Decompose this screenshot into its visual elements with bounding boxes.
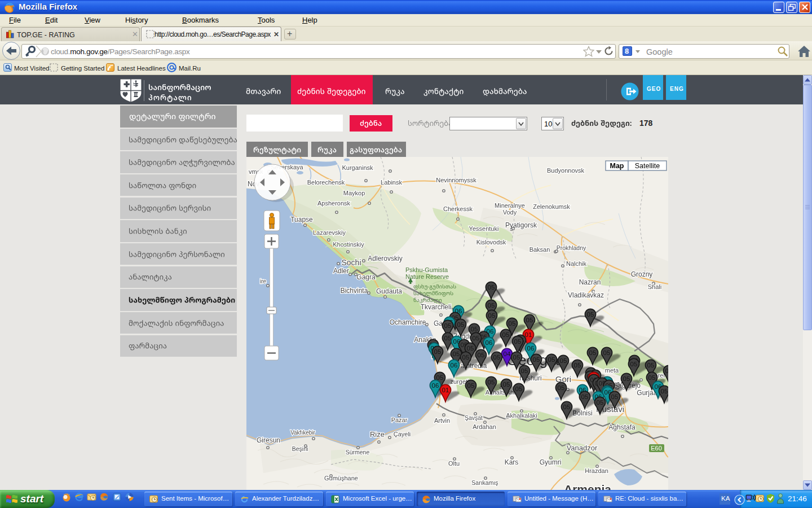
svg-text:Prokhladny: Prokhladny — [557, 244, 586, 251]
svg-text:Pskhu-Gumista: Pskhu-Gumista — [405, 266, 448, 273]
svg-text:05: 05 — [488, 312, 496, 319]
svg-text:05: 05 — [581, 393, 589, 400]
svg-text:Budyonnovsk: Budyonnovsk — [547, 167, 585, 174]
svg-text:Adlerovskiy: Adlerovskiy — [368, 255, 402, 262]
svg-text:meta: meta — [605, 367, 619, 374]
svg-text:Vladikavkaz: Vladikavkaz — [568, 291, 604, 299]
svg-text:Map: Map — [610, 162, 624, 170]
svg-text:05: 05 — [462, 354, 470, 361]
svg-text:Pyatigorsk: Pyatigorsk — [505, 221, 537, 229]
svg-text:05: 05 — [503, 381, 510, 388]
svg-text:05: 05 — [502, 331, 510, 338]
svg-text:Gagra: Gagra — [356, 273, 376, 281]
svg-text:05: 05 — [488, 284, 495, 291]
svg-text:Adler: Adler — [333, 267, 349, 275]
svg-text:Vakfıkebir: Vakfıkebir — [290, 430, 315, 436]
svg-text:Sürmene: Sürmene — [346, 449, 370, 456]
svg-text:05: 05 — [488, 302, 495, 309]
svg-text:06: 06 — [451, 362, 458, 369]
svg-text:05: 05 — [509, 320, 516, 327]
svg-text:05: 05 — [589, 349, 597, 356]
svg-text:Sarıkamış: Sarıkamış — [471, 479, 498, 486]
svg-text:05: 05 — [478, 352, 485, 358]
svg-text:Tkvarcheli: Tkvarcheli — [421, 303, 452, 311]
svg-text:Akhalkalaki: Akhalkalaki — [506, 412, 537, 419]
svg-text:05: 05 — [526, 317, 533, 323]
svg-text:Yessentuki: Yessentuki — [469, 225, 499, 232]
svg-text:E60: E60 — [651, 445, 662, 452]
svg-text:05: 05 — [467, 382, 475, 389]
svg-text:Hrazdan: Hrazdan — [585, 467, 608, 474]
svg-text:06: 06 — [432, 382, 439, 389]
svg-text:05: 05 — [563, 404, 571, 410]
svg-text:05: 05 — [457, 321, 465, 328]
svg-text:05: 05 — [434, 348, 442, 355]
svg-text:05: 05 — [647, 362, 655, 369]
svg-text:05: 05 — [603, 349, 611, 356]
svg-text:05: 05 — [560, 357, 567, 364]
svg-text:Rize: Rize — [370, 430, 385, 439]
svg-text:Baksan: Baksan — [529, 246, 550, 253]
svg-text:04: 04 — [504, 351, 511, 357]
svg-text:Artvin: Artvin — [434, 417, 450, 424]
svg-text:Çayeli: Çayeli — [394, 431, 411, 437]
svg-text:05: 05 — [587, 311, 594, 318]
svg-text:05: 05 — [444, 322, 452, 329]
svg-text:Kars: Kars — [505, 458, 519, 466]
svg-text:05: 05 — [597, 399, 604, 406]
svg-text:Ardahan: Ardahan — [473, 423, 496, 430]
svg-text:Kislovodsk: Kislovodsk — [476, 239, 506, 246]
svg-text:Zelenokumsk: Zelenokumsk — [533, 203, 570, 210]
svg-text:Vanadzor: Vanadzor — [567, 444, 598, 452]
svg-text:Nevinnomyssk: Nevinnomyssk — [436, 177, 476, 183]
svg-text:Satellite: Satellite — [635, 162, 660, 170]
svg-text:Şavşat: Şavşat — [465, 414, 483, 421]
svg-text:05: 05 — [488, 379, 495, 386]
svg-text:Labinsk: Labinsk — [381, 179, 402, 186]
svg-text:Mineralnye: Mineralnye — [495, 202, 525, 209]
svg-text:Vody: Vody — [503, 209, 517, 216]
svg-text:05: 05 — [574, 362, 581, 369]
svg-text:Maykop: Maykop — [343, 190, 365, 196]
svg-text:05: 05 — [623, 375, 630, 382]
svg-text:05: 05 — [493, 354, 501, 361]
svg-text:05: 05 — [630, 361, 638, 367]
svg-text:Nature Reserve: Nature Reserve — [405, 273, 449, 280]
svg-text:05: 05 — [513, 354, 520, 361]
svg-text:Belorechensk: Belorechensk — [307, 179, 345, 186]
svg-text:Lazarevskiy: Lazarevskiy — [313, 229, 346, 236]
svg-text:Bichvinta: Bichvinta — [341, 287, 368, 295]
svg-text:Apsheronsk: Apsheronsk — [317, 200, 351, 207]
svg-text:05: 05 — [521, 367, 528, 374]
svg-text:01: 01 — [442, 387, 449, 393]
svg-text:05: 05 — [533, 356, 540, 363]
svg-text:Gyumri: Gyumri — [540, 458, 562, 466]
svg-text:05: 05 — [665, 367, 668, 374]
svg-text:Pazar: Pazar — [391, 417, 408, 423]
svg-text:05: 05 — [661, 388, 668, 395]
svg-text:Kurganinsk: Kurganinsk — [342, 164, 373, 171]
svg-text:Oltu: Oltu — [448, 460, 460, 467]
svg-text:05: 05 — [444, 335, 452, 341]
svg-text:05: 05 — [453, 351, 460, 357]
svg-text:Armenia: Armenia — [564, 483, 611, 490]
svg-text:ire: ire — [260, 278, 267, 284]
svg-text:05: 05 — [514, 338, 522, 345]
svg-text:Nalchik: Nalchik — [566, 260, 587, 267]
svg-text:Giresun: Giresun — [257, 436, 280, 444]
svg-text:Nazran: Nazran — [579, 278, 601, 286]
svg-text:05: 05 — [558, 384, 565, 391]
svg-text:05: 05 — [515, 386, 523, 392]
svg-text:05: 05 — [611, 393, 619, 400]
svg-text:Tuapse: Tuapse — [290, 216, 313, 224]
svg-text:06: 06 — [527, 345, 535, 352]
svg-text:Grozny: Grozny — [631, 270, 653, 278]
svg-text:05: 05 — [648, 374, 656, 381]
svg-text:Sochi: Sochi — [341, 258, 361, 267]
svg-text:05: 05 — [548, 356, 555, 363]
svg-text:Ga: Ga — [434, 319, 443, 327]
svg-text:05: 05 — [473, 335, 480, 341]
svg-text:Ochamchire: Ochamchire — [390, 318, 426, 326]
svg-text:05: 05 — [467, 345, 474, 352]
svg-text:05: 05 — [471, 326, 478, 332]
